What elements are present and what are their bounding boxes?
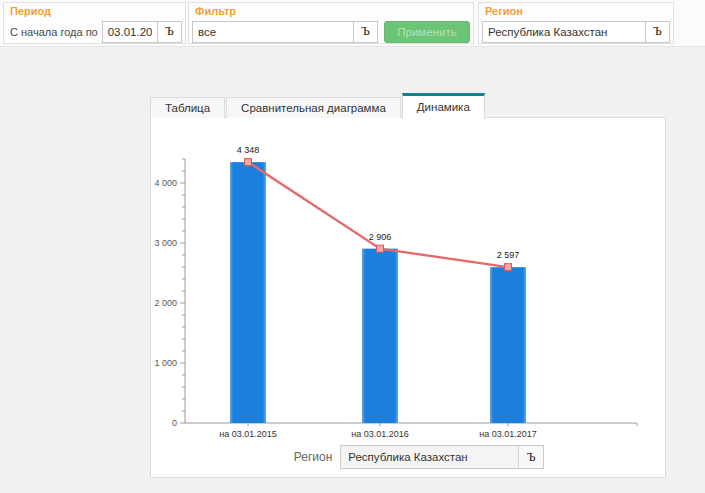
category-label: на 03.01.2016 bbox=[351, 429, 409, 439]
y-tick-label: 4 000 bbox=[154, 178, 177, 188]
category-label: на 03.01.2015 bbox=[219, 429, 277, 439]
trend-marker bbox=[245, 159, 252, 166]
filter-value-input[interactable] bbox=[192, 21, 354, 43]
tab-comparative-diagram[interactable]: Сравнительная диаграмма bbox=[226, 97, 401, 118]
region-panel: Регион Ъ bbox=[478, 2, 674, 44]
filter-toolbar: Период С начала года по Ъ Фильтр Ъ Приме… bbox=[0, 0, 705, 47]
period-row: С начала года по Ъ bbox=[4, 20, 185, 43]
filter-picker-button[interactable]: Ъ bbox=[353, 21, 378, 43]
dynamics-chart: 01 0002 0003 0004 0004 3482 9062 597на 0… bbox=[151, 118, 665, 444]
bar-series bbox=[230, 162, 526, 423]
value-label: 4 348 bbox=[237, 145, 260, 155]
y-tick-labels: 01 0002 0003 0004 000 bbox=[154, 178, 177, 428]
filter-row: Ъ Применить bbox=[189, 20, 473, 43]
region-title: Регион bbox=[479, 3, 673, 20]
tab-dynamics[interactable]: Динамика bbox=[402, 93, 485, 119]
bar bbox=[490, 267, 526, 423]
value-label: 2 906 bbox=[369, 232, 392, 242]
value-label: 2 597 bbox=[497, 250, 520, 260]
filter-title: Фильтр bbox=[189, 3, 473, 20]
period-panel: Период С начала года по Ъ bbox=[3, 2, 186, 44]
period-picker-button[interactable]: Ъ bbox=[157, 21, 182, 43]
region-row: Ъ bbox=[479, 20, 673, 43]
value-labels: 4 3482 9062 597 bbox=[237, 145, 520, 260]
y-tick-label: 1 000 bbox=[154, 358, 177, 368]
region-footer-label: Регион bbox=[294, 450, 333, 464]
tab-table[interactable]: Таблица bbox=[150, 97, 225, 118]
bar bbox=[230, 162, 266, 423]
category-label: на 03.01.2017 bbox=[479, 429, 537, 439]
region-picker-button[interactable]: Ъ bbox=[645, 21, 670, 43]
region-footer-picker-button[interactable]: Ъ bbox=[518, 446, 543, 468]
filter-panel: Фильтр Ъ Применить bbox=[188, 2, 474, 44]
region-footer-value: Республика Казахстан bbox=[341, 451, 519, 463]
tab-bar: ТаблицаСравнительная диаграммаДинамика bbox=[150, 93, 486, 118]
apply-button[interactable]: Применить bbox=[384, 21, 470, 43]
y-tick-label: 2 000 bbox=[154, 298, 177, 308]
report-panel: 01 0002 0003 0004 0004 3482 9062 597на 0… bbox=[150, 117, 666, 478]
region-value-input[interactable] bbox=[482, 21, 646, 43]
period-prefix-label: С начала года по bbox=[7, 26, 102, 38]
trend-marker bbox=[377, 245, 384, 252]
dynamics-chart-svg: 01 0002 0003 0004 0004 3482 9062 597на 0… bbox=[151, 118, 665, 444]
period-date-input[interactable] bbox=[102, 21, 158, 43]
chart-footer: Регион Республика Казахстан Ъ bbox=[151, 444, 665, 470]
y-tick-label: 3 000 bbox=[154, 238, 177, 248]
bar bbox=[362, 249, 398, 423]
trend-marker bbox=[505, 264, 512, 271]
region-footer-select[interactable]: Республика Казахстан Ъ bbox=[340, 445, 544, 469]
period-title: Период bbox=[4, 3, 185, 20]
y-tick-label: 0 bbox=[172, 418, 177, 428]
category-labels: на 03.01.2015на 03.01.2016на 03.01.2017 bbox=[219, 429, 537, 439]
